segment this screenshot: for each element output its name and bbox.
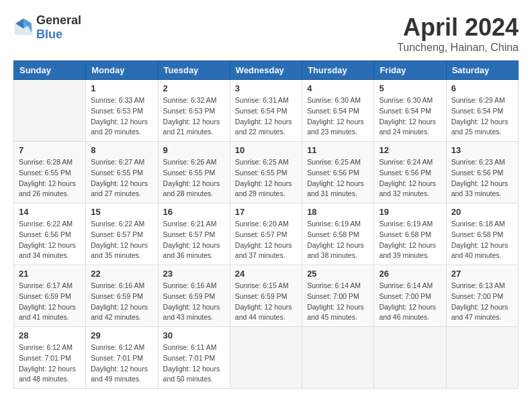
day-info: Sunrise: 6:29 AMSunset: 6:54 PMDaylight:… <box>451 95 513 138</box>
calendar-cell <box>14 80 86 142</box>
calendar-cell <box>230 327 302 389</box>
day-info: Sunrise: 6:14 AMSunset: 7:00 PMDaylight:… <box>307 281 369 323</box>
calendar-cell: 22Sunrise: 6:16 AMSunset: 6:59 PMDayligh… <box>86 265 158 327</box>
day-number: 24 <box>235 269 297 279</box>
day-info: Sunrise: 6:25 AMSunset: 6:55 PMDaylight:… <box>235 157 297 199</box>
day-info: Sunrise: 6:16 AMSunset: 6:59 PMDaylight:… <box>91 281 152 323</box>
day-number: 3 <box>235 83 297 93</box>
calendar-cell <box>374 327 446 389</box>
day-number: 2 <box>163 83 225 93</box>
day-number: 12 <box>379 145 441 155</box>
day-info: Sunrise: 6:26 AMSunset: 6:55 PMDaylight:… <box>163 157 225 199</box>
logo-blue: Blue <box>36 28 62 41</box>
week-row-3: 14Sunrise: 6:22 AMSunset: 6:56 PMDayligh… <box>14 203 519 265</box>
calendar-cell: 18Sunrise: 6:19 AMSunset: 6:58 PMDayligh… <box>302 203 374 265</box>
day-info: Sunrise: 6:12 AMSunset: 7:01 PMDaylight:… <box>91 342 152 385</box>
day-number: 10 <box>235 145 297 155</box>
calendar-cell: 4Sunrise: 6:30 AMSunset: 6:54 PMDaylight… <box>302 80 374 142</box>
day-info: Sunrise: 6:20 AMSunset: 6:57 PMDaylight:… <box>235 219 297 261</box>
week-row-4: 21Sunrise: 6:17 AMSunset: 6:59 PMDayligh… <box>14 265 519 327</box>
calendar-cell <box>446 327 518 389</box>
day-info: Sunrise: 6:30 AMSunset: 6:54 PMDaylight:… <box>307 95 369 138</box>
calendar-cell: 25Sunrise: 6:14 AMSunset: 7:00 PMDayligh… <box>302 265 374 327</box>
day-number: 6 <box>451 83 513 93</box>
day-number: 29 <box>91 330 152 340</box>
calendar-cell: 9Sunrise: 6:26 AMSunset: 6:55 PMDaylight… <box>158 142 230 203</box>
day-number: 27 <box>451 269 513 279</box>
week-row-2: 7Sunrise: 6:28 AMSunset: 6:55 PMDaylight… <box>14 142 519 203</box>
day-number: 20 <box>451 207 513 217</box>
week-row-5: 28Sunrise: 6:12 AMSunset: 7:01 PMDayligh… <box>14 327 519 389</box>
logo-text: General Blue <box>36 13 81 42</box>
day-info: Sunrise: 6:30 AMSunset: 6:54 PMDaylight:… <box>379 95 441 138</box>
day-info: Sunrise: 6:28 AMSunset: 6:55 PMDaylight:… <box>19 157 81 199</box>
day-number: 5 <box>379 83 441 93</box>
day-info: Sunrise: 6:25 AMSunset: 6:56 PMDaylight:… <box>307 157 369 199</box>
day-header-wednesday: Wednesday <box>230 61 302 80</box>
calendar-cell: 28Sunrise: 6:12 AMSunset: 7:01 PMDayligh… <box>14 327 86 389</box>
day-info: Sunrise: 6:17 AMSunset: 6:59 PMDaylight:… <box>19 281 81 323</box>
day-number: 26 <box>379 269 441 279</box>
calendar-cell: 27Sunrise: 6:13 AMSunset: 7:00 PMDayligh… <box>446 265 518 327</box>
calendar-cell: 11Sunrise: 6:25 AMSunset: 6:56 PMDayligh… <box>302 142 374 203</box>
calendar-cell: 1Sunrise: 6:33 AMSunset: 6:53 PMDaylight… <box>86 80 158 142</box>
calendar-cell: 15Sunrise: 6:22 AMSunset: 6:57 PMDayligh… <box>86 203 158 265</box>
calendar-cell: 19Sunrise: 6:19 AMSunset: 6:58 PMDayligh… <box>374 203 446 265</box>
calendar-cell: 6Sunrise: 6:29 AMSunset: 6:54 PMDaylight… <box>446 80 518 142</box>
day-info: Sunrise: 6:23 AMSunset: 6:56 PMDaylight:… <box>451 157 513 199</box>
day-header-tuesday: Tuesday <box>158 61 230 80</box>
day-info: Sunrise: 6:11 AMSunset: 7:01 PMDaylight:… <box>163 342 225 385</box>
day-info: Sunrise: 6:16 AMSunset: 6:59 PMDaylight:… <box>163 281 225 323</box>
calendar-cell: 8Sunrise: 6:27 AMSunset: 6:55 PMDaylight… <box>86 142 158 203</box>
day-info: Sunrise: 6:19 AMSunset: 6:58 PMDaylight:… <box>307 219 369 261</box>
calendar-cell: 20Sunrise: 6:18 AMSunset: 6:58 PMDayligh… <box>446 203 518 265</box>
day-info: Sunrise: 6:33 AMSunset: 6:53 PMDaylight:… <box>91 95 152 138</box>
month-title: April 2024 <box>397 13 519 42</box>
calendar-cell: 21Sunrise: 6:17 AMSunset: 6:59 PMDayligh… <box>14 265 86 327</box>
day-header-saturday: Saturday <box>446 61 518 80</box>
day-number: 11 <box>307 145 369 155</box>
day-number: 13 <box>451 145 513 155</box>
day-number: 25 <box>307 269 369 279</box>
calendar-cell: 7Sunrise: 6:28 AMSunset: 6:55 PMDaylight… <box>14 142 86 203</box>
calendar-cell <box>302 327 374 389</box>
days-header-row: SundayMondayTuesdayWednesdayThursdayFrid… <box>14 61 519 80</box>
day-info: Sunrise: 6:27 AMSunset: 6:55 PMDaylight:… <box>91 157 152 199</box>
day-header-monday: Monday <box>86 61 158 80</box>
day-number: 18 <box>307 207 369 217</box>
calendar-cell: 26Sunrise: 6:14 AMSunset: 7:00 PMDayligh… <box>374 265 446 327</box>
location-title: Tuncheng, Hainan, China <box>397 42 519 54</box>
day-number: 15 <box>91 207 152 217</box>
day-number: 9 <box>163 145 225 155</box>
day-info: Sunrise: 6:14 AMSunset: 7:00 PMDaylight:… <box>379 281 441 323</box>
calendar-table: SundayMondayTuesdayWednesdayThursdayFrid… <box>13 60 519 389</box>
logo-general: General <box>36 13 81 27</box>
day-number: 21 <box>19 269 81 279</box>
day-number: 16 <box>163 207 225 217</box>
calendar-cell: 12Sunrise: 6:24 AMSunset: 6:56 PMDayligh… <box>374 142 446 203</box>
day-info: Sunrise: 6:31 AMSunset: 6:54 PMDaylight:… <box>235 95 297 138</box>
week-row-1: 1Sunrise: 6:33 AMSunset: 6:53 PMDaylight… <box>14 80 519 142</box>
calendar-cell: 23Sunrise: 6:16 AMSunset: 6:59 PMDayligh… <box>158 265 230 327</box>
day-info: Sunrise: 6:18 AMSunset: 6:58 PMDaylight:… <box>451 219 513 261</box>
day-info: Sunrise: 6:19 AMSunset: 6:58 PMDaylight:… <box>379 219 441 261</box>
calendar-cell: 5Sunrise: 6:30 AMSunset: 6:54 PMDaylight… <box>374 80 446 142</box>
day-number: 7 <box>19 145 81 155</box>
calendar-cell: 10Sunrise: 6:25 AMSunset: 6:55 PMDayligh… <box>230 142 302 203</box>
calendar-cell: 3Sunrise: 6:31 AMSunset: 6:54 PMDaylight… <box>230 80 302 142</box>
day-info: Sunrise: 6:22 AMSunset: 6:57 PMDaylight:… <box>91 219 152 261</box>
day-info: Sunrise: 6:21 AMSunset: 6:57 PMDaylight:… <box>163 219 225 261</box>
day-number: 22 <box>91 269 152 279</box>
day-info: Sunrise: 6:13 AMSunset: 7:00 PMDaylight:… <box>451 281 513 323</box>
title-area: April 2024 Tuncheng, Hainan, China <box>397 13 519 54</box>
calendar-cell: 29Sunrise: 6:12 AMSunset: 7:01 PMDayligh… <box>86 327 158 389</box>
day-header-sunday: Sunday <box>14 61 86 80</box>
day-info: Sunrise: 6:32 AMSunset: 6:53 PMDaylight:… <box>163 95 225 138</box>
calendar-cell: 2Sunrise: 6:32 AMSunset: 6:53 PMDaylight… <box>158 80 230 142</box>
calendar-cell: 16Sunrise: 6:21 AMSunset: 6:57 PMDayligh… <box>158 203 230 265</box>
calendar-cell: 13Sunrise: 6:23 AMSunset: 6:56 PMDayligh… <box>446 142 518 203</box>
calendar-cell: 14Sunrise: 6:22 AMSunset: 6:56 PMDayligh… <box>14 203 86 265</box>
day-number: 4 <box>307 83 369 93</box>
day-info: Sunrise: 6:15 AMSunset: 6:59 PMDaylight:… <box>235 281 297 323</box>
calendar-cell: 24Sunrise: 6:15 AMSunset: 6:59 PMDayligh… <box>230 265 302 327</box>
